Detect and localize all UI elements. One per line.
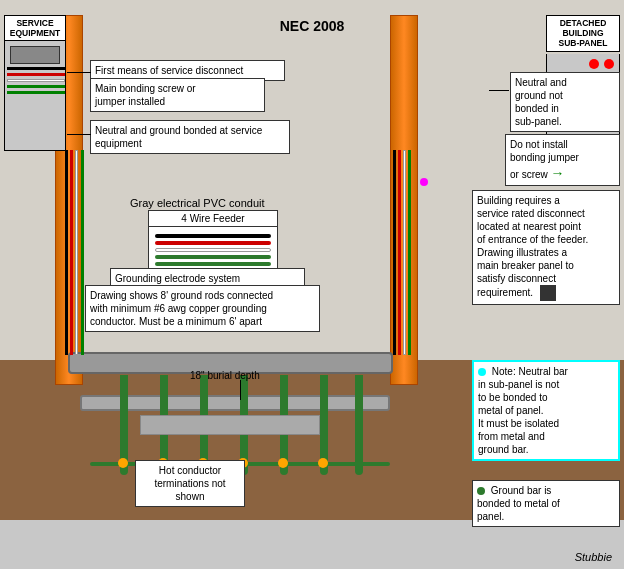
wire-white-1 (7, 79, 65, 82)
ground-rods-desc-annotation: Drawing shows 8' ground rods connected w… (85, 285, 320, 332)
wire-black-1 (7, 67, 65, 70)
hot-conductor-text: Hot conductor terminations not shown (154, 465, 225, 502)
main-wire-red (70, 150, 73, 355)
neutral-not-bonded-annotation: Neutral and ground not bonded in sub-pan… (510, 72, 620, 132)
do-not-install-text: Do not install bonding jumper or screw (510, 139, 579, 180)
four-wire-label: 4 Wire Feeder (149, 211, 277, 227)
sp-main-wire-green (408, 150, 411, 355)
breaker-red-dot (604, 59, 614, 69)
display-wire-green2 (155, 262, 271, 266)
grounding-electrode-text: Grounding electrode system (115, 273, 240, 284)
ground-bar-annotation: Ground bar is bonded to metal of panel. (472, 480, 620, 527)
first-disconnect-text: First means of service disconnect (95, 65, 243, 76)
four-wire-text: 4 Wire Feeder (181, 213, 244, 224)
gray-conduit-text: Gray electrical PVC conduit (130, 197, 265, 209)
magenta-dot (420, 178, 428, 186)
hot-conductor-annotation: Hot conductor terminations not shown (135, 460, 245, 507)
arrow-not-bonded (489, 90, 509, 91)
breaker-icon (540, 285, 556, 301)
wire-display (149, 227, 277, 273)
sp-main-wire-red (398, 150, 401, 355)
wire-green-1 (7, 85, 65, 88)
gray-conduit-label: Gray electrical PVC conduit (130, 197, 265, 209)
green-indicator (477, 487, 485, 495)
ground-bar-text: Ground bar is bonded to metal of panel. (477, 485, 560, 522)
service-label-text: SERVICE EQUIPMENT (10, 18, 61, 38)
stubbie-label: Stubbie (575, 551, 612, 563)
service-equipment-label: SERVICE EQUIPMENT (4, 15, 66, 41)
neutral-ground-bonded-annotation: Neutral and ground bonded at service equ… (90, 120, 290, 154)
subpanel-label-text: DETACHED BUILDING SUB-PANEL (559, 18, 608, 48)
ground-rods-desc-text: Drawing shows 8' ground rods connected w… (90, 290, 273, 327)
arrow-first-disconnect (67, 72, 91, 73)
neutral-ground-bonded-text: Neutral and ground bonded at service equ… (95, 125, 262, 149)
concrete-slab (140, 415, 320, 435)
main-wire-white (75, 150, 78, 355)
sp-main-wire-black (393, 150, 396, 355)
burial-depth-arrow (240, 380, 241, 400)
building-requires-text: Building requires a service rated discon… (477, 195, 588, 298)
burial-depth-text: 18" burial depth (190, 370, 260, 381)
subpanel-label: DETACHED BUILDING SUB-PANEL (546, 15, 620, 52)
main-container: NEC 2008 SERVICE EQUIPMENT DETACHED BUIL… (0, 0, 624, 569)
stubbie-text: Stubbie (575, 551, 612, 563)
main-wire-green (81, 150, 84, 355)
neutral-not-bonded-text: Neutral and ground not bonded in sub-pan… (515, 77, 567, 127)
arrow-neutral-ground (67, 134, 91, 135)
wire-green-2 (7, 91, 65, 94)
main-wire-black (65, 150, 68, 355)
do-not-install-annotation: Do not install bonding jumper or screw → (505, 134, 620, 186)
ground-clamp-6 (318, 458, 328, 468)
main-bonding-annotation: Main bonding screw or jumper installed (90, 78, 265, 112)
service-panel-body (4, 41, 66, 151)
green-arrow-icon: → (551, 165, 565, 181)
burial-depth-label: 18" burial depth (190, 370, 260, 381)
building-requires-annotation: Building requires a service rated discon… (472, 190, 620, 305)
note-neutral-bar-text: Note: Neutral bar in sub-panel is not to… (478, 366, 568, 455)
breaker-red-dot2 (589, 59, 599, 69)
display-wire-green (155, 255, 271, 259)
display-wire-white (155, 248, 271, 252)
cyan-indicator (478, 368, 486, 376)
display-wire-black (155, 234, 271, 238)
display-wire-red (155, 241, 271, 245)
disconnect-switch (10, 46, 60, 64)
main-bonding-text: Main bonding screw or jumper installed (95, 83, 196, 107)
sp-main-wire-white (403, 150, 406, 355)
note-neutral-bar-annotation: Note: Neutral bar in sub-panel is not to… (472, 360, 620, 461)
nec-title: NEC 2008 (280, 18, 345, 34)
wire-red-1 (7, 73, 65, 76)
ground-clamp-5 (278, 458, 288, 468)
four-wire-feeder-box: 4 Wire Feeder (148, 210, 278, 274)
ground-rod-7 (355, 375, 363, 475)
ground-clamp-1 (118, 458, 128, 468)
